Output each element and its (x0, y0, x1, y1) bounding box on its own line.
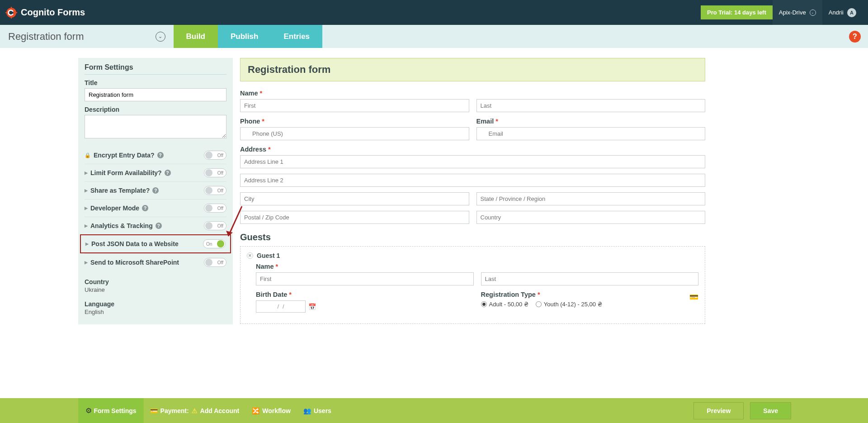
credit-card-icon: 💳 (689, 293, 698, 301)
guest-section: ✕ Guest 1 Name * Birth Date * (240, 246, 705, 324)
email-input[interactable] (476, 127, 706, 140)
address-line1-input[interactable] (240, 155, 705, 168)
radio-adult[interactable]: Adult - 50,00 ₴ (481, 301, 528, 308)
radio-selected-icon (481, 301, 487, 307)
guest-name-label: Name * (256, 263, 474, 270)
toggle-off[interactable] (204, 221, 226, 230)
chevron-down-icon[interactable]: ⌄ (156, 32, 165, 42)
form-name-display[interactable]: Registration form ⌄ (0, 31, 174, 43)
avatar: A (847, 8, 856, 17)
toggle-on[interactable] (203, 239, 226, 248)
help-icon[interactable]: ? (849, 31, 861, 43)
svg-rect-3 (11, 16, 12, 18)
language-label: Language (85, 300, 226, 308)
first-name-input[interactable] (240, 99, 469, 112)
address-line2-input[interactable] (240, 174, 705, 187)
chevron-right-icon: ▶ (85, 206, 88, 210)
radio-youth[interactable]: Youth (4-12) - 25,00 ₴ (536, 301, 602, 308)
chevron-right-icon: ▶ (85, 260, 88, 265)
svg-rect-2 (11, 7, 12, 9)
help-icon[interactable]: ? (142, 205, 148, 211)
pro-trial-badge[interactable]: Pro Trial: 14 days left (701, 5, 773, 19)
setting-developer-mode[interactable]: ▶Developer Mode? (85, 199, 226, 217)
guests-heading: Guests (240, 232, 705, 242)
chevron-right-icon: ▶ (85, 188, 88, 193)
name-label: Name * (240, 90, 469, 97)
postal-input[interactable] (240, 211, 469, 224)
title-label: Title (85, 79, 226, 86)
svg-marker-7 (226, 231, 233, 236)
setting-post-json[interactable]: ▶Post JSON Data to a Website (85, 238, 226, 250)
tab-entries[interactable]: Entries (271, 25, 322, 48)
help-icon[interactable]: ? (157, 152, 164, 158)
highlighted-setting: ▶Post JSON Data to a Website (80, 234, 231, 253)
toggle-off[interactable] (204, 186, 226, 195)
last-name-input[interactable] (476, 99, 706, 112)
lock-icon: 🔒 (85, 152, 91, 158)
main-tabs: Build Publish Entries (174, 25, 323, 48)
address-label: Address * (240, 146, 705, 153)
setting-encrypt-entry-data[interactable]: 🔒Encrypt Entry Data?? (85, 147, 226, 164)
email-label: Email * (476, 118, 706, 125)
chevron-down-icon: ⌄ (810, 10, 816, 16)
user-menu[interactable]: Andrii A (822, 0, 863, 25)
registration-type-label: Registration Type * (481, 291, 699, 298)
form-title-box[interactable]: Registration form (240, 58, 705, 81)
sub-bar: Registration form ⌄ Build Publish Entrie… (0, 25, 868, 48)
description-input[interactable] (85, 115, 226, 138)
panel-heading: Form Settings (85, 63, 226, 71)
setting-limit-availability[interactable]: ▶Limit Form Availability?? (85, 164, 226, 181)
form-title: Registration form (248, 64, 698, 76)
help-icon[interactable]: ? (156, 223, 162, 229)
setting-share-template[interactable]: ▶Share as Template?? (85, 181, 226, 199)
state-input[interactable] (476, 192, 706, 205)
annotation-arrow-icon (225, 204, 246, 243)
main-area: Form Settings Title Description 🔒Encrypt… (0, 48, 705, 324)
setting-sharepoint[interactable]: ▶Send to Microsoft SharePoint (85, 253, 226, 271)
svg-rect-4 (5, 12, 7, 13)
brand-text: Cognito Forms (21, 7, 85, 18)
cognito-gear-icon (5, 7, 17, 19)
setting-analytics-tracking[interactable]: ▶Analytics & Tracking? (85, 217, 226, 234)
remove-guest-icon[interactable]: ✕ (247, 252, 253, 259)
city-input[interactable] (240, 192, 469, 205)
country-input[interactable] (476, 211, 706, 224)
phone-input[interactable] (240, 127, 469, 140)
toggle-off[interactable] (204, 168, 226, 177)
guest-header: ✕ Guest 1 (247, 252, 698, 259)
form-canvas: Registration form Name * Phone * 📞 Email… (233, 58, 705, 324)
svg-rect-5 (15, 12, 17, 13)
country-value[interactable]: Ukraine (85, 286, 226, 293)
guest-last-input[interactable] (481, 272, 699, 285)
help-icon[interactable]: ? (165, 170, 171, 176)
svg-line-6 (228, 206, 242, 236)
help-icon[interactable]: ? (152, 187, 159, 194)
birth-date-input[interactable]: // (256, 300, 306, 313)
phone-label: Phone * (240, 118, 469, 125)
guest-first-input[interactable] (256, 272, 474, 285)
birth-date-label: Birth Date * (256, 291, 474, 298)
tab-build[interactable]: Build (174, 25, 218, 48)
chevron-right-icon: ▶ (85, 242, 89, 246)
form-name-text: Registration form (8, 31, 84, 43)
chevron-right-icon: ▶ (85, 223, 88, 228)
toggle-off[interactable] (204, 151, 226, 160)
org-name: Apix-Drive (779, 9, 806, 16)
org-menu[interactable]: Apix-Drive ⌄ (773, 0, 822, 25)
user-name: Andrii (829, 9, 844, 16)
brand-logo[interactable]: Cognito Forms (5, 7, 85, 19)
radio-icon (536, 301, 542, 307)
title-input[interactable] (85, 88, 226, 101)
chevron-right-icon: ▶ (85, 171, 88, 175)
form-settings-panel: Form Settings Title Description 🔒Encrypt… (78, 58, 233, 324)
top-bar: Cognito Forms Pro Trial: 14 days left Ap… (0, 0, 868, 25)
toggle-off[interactable] (204, 258, 226, 267)
tab-publish[interactable]: Publish (218, 25, 271, 48)
description-label: Description (85, 106, 226, 113)
country-label: Country (85, 278, 226, 285)
language-value[interactable]: English (85, 309, 226, 315)
calendar-icon[interactable]: 📅 (308, 303, 316, 310)
toggle-off[interactable] (204, 204, 226, 213)
